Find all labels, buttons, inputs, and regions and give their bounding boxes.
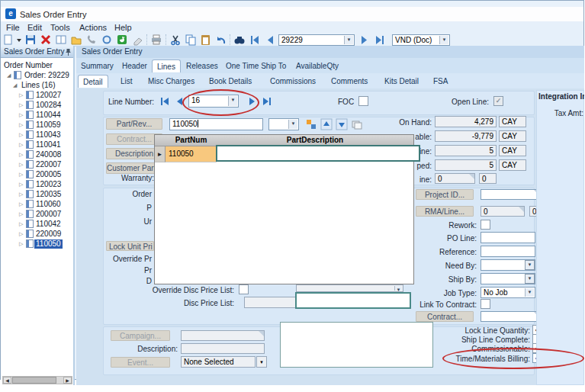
tab-summary[interactable]: Summary xyxy=(76,59,118,72)
chevron-down-icon[interactable]: ▼ xyxy=(439,36,448,44)
tree-line-item[interactable]: 120027 xyxy=(36,91,61,100)
contract-link-button[interactable]: Contract... xyxy=(416,311,474,322)
tree-line-item[interactable]: 110060 xyxy=(36,200,61,209)
previous-record-icon[interactable] xyxy=(264,34,278,46)
tab-header[interactable]: Header xyxy=(117,59,152,72)
project-id-field[interactable] xyxy=(481,189,540,200)
next-record-icon[interactable] xyxy=(358,34,372,46)
chevron-down-icon[interactable]: ▼ xyxy=(288,120,297,129)
tree-line-item[interactable]: 200007 xyxy=(36,210,61,219)
tree-line-item[interactable]: 120023 xyxy=(36,180,61,189)
tree-line-item[interactable]: 220007 xyxy=(36,160,61,169)
partdescription-column-header[interactable]: PartDescription xyxy=(217,136,413,144)
pin-icon[interactable] xyxy=(65,48,72,56)
chevron-down-icon[interactable]: ▼ xyxy=(394,286,402,291)
tree-horizontal-scrollbar[interactable]: ◀ ▶ xyxy=(2,376,72,384)
subtab-fsa[interactable]: FSA xyxy=(429,75,452,88)
save-icon[interactable] xyxy=(24,34,38,46)
collapse-arrow-icon[interactable]: ▷ xyxy=(19,101,23,109)
collapse-arrow-icon[interactable]: ▷ xyxy=(19,220,23,228)
first-record-icon[interactable] xyxy=(249,34,262,46)
job-type-combo[interactable]: No Job ▼ xyxy=(481,287,535,298)
tab-lines[interactable]: Lines xyxy=(152,59,181,72)
need-by-date-combo[interactable]: ▼ xyxy=(481,259,535,271)
tree-order-node[interactable]: Order: 29229 xyxy=(24,71,69,80)
last-line-icon[interactable] xyxy=(261,95,273,108)
rma-line-button[interactable]: RMA/Line... xyxy=(416,206,474,217)
clear-icon[interactable] xyxy=(131,34,145,46)
delete-icon[interactable] xyxy=(40,34,53,46)
collapse-arrow-icon[interactable]: ▷ xyxy=(19,111,23,119)
partnum-column-header[interactable]: PartNum xyxy=(166,136,217,144)
tree-root[interactable]: Order Number xyxy=(4,61,53,70)
last-record-icon[interactable] xyxy=(374,34,387,46)
scroll-up-icon[interactable] xyxy=(320,118,333,130)
event-combo-arrow-icon[interactable]: ▼ xyxy=(256,356,267,368)
contract-field[interactable] xyxy=(481,311,540,322)
tree-line-item[interactable]: 220009 xyxy=(36,230,61,239)
link-to-contract-checkbox[interactable] xyxy=(481,299,490,309)
collapse-arrow-icon[interactable]: ▷ xyxy=(19,131,23,139)
expanded-node-icon[interactable]: ◢ xyxy=(13,82,17,89)
tree-line-item[interactable]: 120035 xyxy=(36,190,61,199)
subtab-comments[interactable]: Comments xyxy=(326,75,372,88)
collapse-arrow-icon[interactable]: ▷ xyxy=(19,171,23,178)
attachment-icon[interactable] xyxy=(101,34,114,46)
collapse-arrow-icon[interactable]: ▷ xyxy=(19,181,23,188)
part-link-icon[interactable] xyxy=(305,118,317,130)
rework-checkbox[interactable] xyxy=(481,220,490,230)
scroll-down-icon[interactable] xyxy=(336,118,348,130)
undo-icon[interactable] xyxy=(215,34,229,46)
collapse-arrow-icon[interactable]: ▷ xyxy=(19,240,23,248)
tab-releases[interactable]: Releases xyxy=(182,59,223,72)
expanded-node-icon[interactable]: ◢ xyxy=(7,72,11,79)
tree-line-item[interactable]: 110044 xyxy=(36,111,61,120)
tree-lines-node[interactable]: Lines (16) xyxy=(21,81,55,90)
tree-line-item[interactable]: 110041 xyxy=(36,140,61,149)
sheets-icon[interactable] xyxy=(351,118,363,130)
part-rev-combo[interactable]: ▼ xyxy=(268,118,299,130)
menu-help[interactable]: Help xyxy=(114,23,132,32)
collapse-arrow-icon[interactable]: ▷ xyxy=(19,230,23,238)
hidden-combo[interactable]: ▼ xyxy=(296,284,403,292)
reference-field[interactable] xyxy=(481,246,535,257)
memo-icon[interactable] xyxy=(55,34,69,46)
subtab-misc-charges[interactable]: Misc Charges xyxy=(143,75,199,88)
collapse-arrow-icon[interactable]: ▷ xyxy=(19,210,23,218)
collapse-arrow-icon[interactable]: ▷ xyxy=(19,141,23,149)
refresh-icon[interactable] xyxy=(116,34,130,46)
tree-line-item-selected[interactable]: 110050 xyxy=(34,239,63,249)
paste-icon[interactable] xyxy=(200,34,214,46)
cut-icon[interactable] xyxy=(169,34,183,46)
chevron-down-icon[interactable]: ▼ xyxy=(525,274,535,284)
tab-availableqty[interactable]: AvailableQty xyxy=(291,59,343,72)
tab-one-time-ship-to[interactable]: One Time Ship To xyxy=(221,59,291,72)
subtab-commissions[interactable]: Commissions xyxy=(265,75,320,88)
menu-actions[interactable]: Actions xyxy=(79,23,107,32)
partnum-cell[interactable]: 110050 xyxy=(166,146,217,162)
first-line-icon[interactable] xyxy=(159,95,171,108)
subtab-list[interactable]: List xyxy=(116,75,137,88)
collapse-arrow-icon[interactable]: ▷ xyxy=(19,201,23,208)
attachments-folder-icon[interactable] xyxy=(70,34,84,46)
search-icon[interactable] xyxy=(233,34,247,46)
copy-icon[interactable] xyxy=(185,34,198,46)
part-number-input[interactable]: 110050 xyxy=(169,118,263,130)
event-combo[interactable]: None Selected xyxy=(181,356,256,368)
ship-by-date-combo[interactable]: ▼ xyxy=(481,273,535,284)
call-icon[interactable] xyxy=(85,34,99,46)
partdescription-cell[interactable] xyxy=(216,145,420,162)
collapse-arrow-icon[interactable]: ▷ xyxy=(19,151,23,159)
record-id-combo[interactable]: 29229 ▼ xyxy=(278,34,355,46)
tree-line-item[interactable]: 200005 xyxy=(36,170,61,179)
tree-line-item[interactable]: 110059 xyxy=(36,120,61,130)
line-comment-box[interactable] xyxy=(280,322,433,368)
scroll-right-icon[interactable]: ▶ xyxy=(63,377,72,384)
lock-unit-price-button[interactable]: Lock Unit Pri xyxy=(106,241,154,251)
print-icon[interactable] xyxy=(150,34,164,46)
project-id-button[interactable]: Project ID... xyxy=(416,189,474,200)
campaign-button[interactable]: Campaign... xyxy=(111,330,170,341)
view-mode-combo[interactable]: VND (Doc) ▼ xyxy=(392,34,450,46)
new-icon[interactable] xyxy=(3,34,23,46)
tree-line-item[interactable]: 240008 xyxy=(36,150,61,159)
